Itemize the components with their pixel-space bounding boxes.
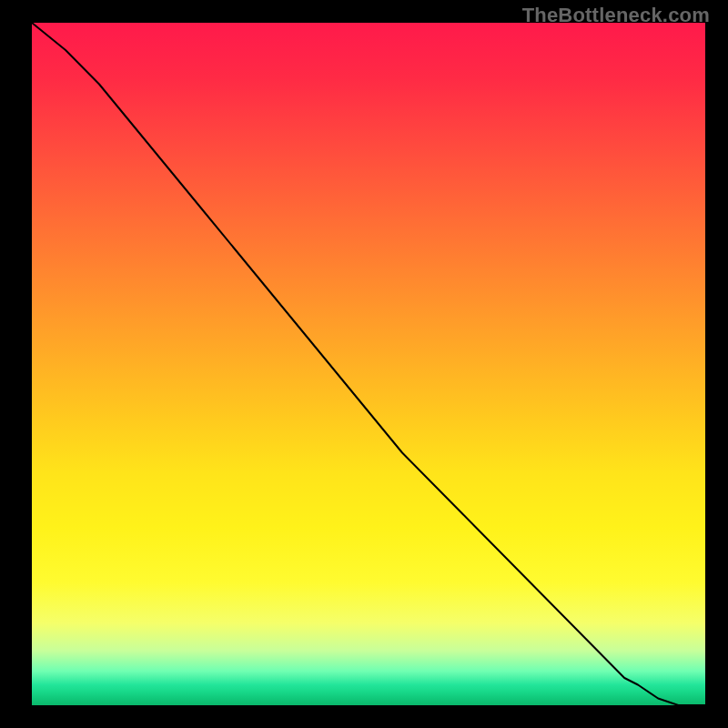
bottleneck-curve [32,23,705,705]
marker-segment [601,603,611,617]
marker-segment [537,521,557,542]
marker-segment [634,651,644,664]
marker-segment [510,487,537,514]
marker-segment [500,473,506,480]
chart-frame: TheBottleneck.com [0,0,728,728]
chart-overlay [32,23,705,705]
plot-area [32,23,705,705]
marker-segment [463,432,497,467]
marker-segment [665,692,672,695]
marker-segment [571,562,577,570]
marker-segment [618,631,632,644]
marker-segment [581,576,598,597]
marker-segment [561,549,567,556]
marker-group [463,432,699,702]
